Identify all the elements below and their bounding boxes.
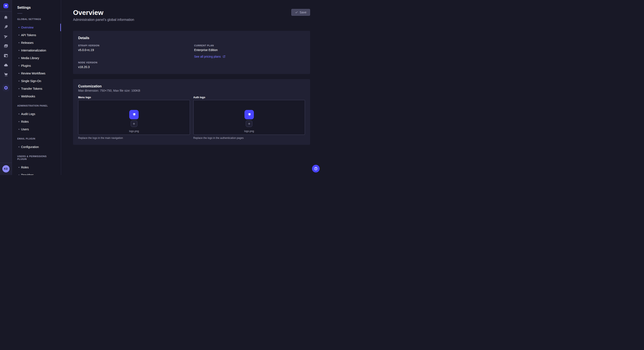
sidebar-item-single-sign-on[interactable]: Single Sign-On xyxy=(12,77,61,85)
details-card-title: Details xyxy=(78,36,305,40)
plus-icon xyxy=(248,122,251,126)
help-button[interactable] xyxy=(312,165,320,173)
bullet-icon xyxy=(18,114,20,114)
bullet-icon xyxy=(18,167,20,168)
deploy-cloud-icon[interactable] xyxy=(4,62,8,68)
auth-logo-add-button[interactable] xyxy=(246,120,252,127)
sidebar-item-plugins[interactable]: Plugins xyxy=(12,62,61,70)
menu-logo-dropzone: logo.png xyxy=(78,100,190,135)
sidebar-item-overview[interactable]: Overview xyxy=(12,24,61,31)
save-button-label: Save xyxy=(300,11,306,14)
customization-card-subtitle: Max dimension: 750×750, Max file size: 1… xyxy=(78,89,305,93)
bullet-icon xyxy=(18,65,20,66)
content-manager-icon[interactable] xyxy=(4,24,8,29)
auth-logo-upload: Auth logo logo.png xyxy=(193,96,305,140)
save-button[interactable]: Save xyxy=(291,9,310,16)
bullet-icon xyxy=(18,35,20,35)
settings-subnav: Settings GLOBAL SETTINGS Overview API To… xyxy=(12,0,61,175)
menu-logo-hint: Replace the logo in the main navigation xyxy=(78,137,190,140)
bullet-icon xyxy=(18,73,20,74)
details-left-column: STRAPI VERSION v5.0.0-rc.19 NODE VERSION… xyxy=(78,44,189,69)
bullet-icon xyxy=(18,147,20,147)
page-title: Overview xyxy=(73,8,134,16)
strapi-logo-icon xyxy=(4,4,8,7)
section-label-users-permissions-plugin: USERS & PERMISSIONS PLUGIN xyxy=(17,155,56,161)
sidebar-item-review-workflows[interactable]: Review Workflows xyxy=(12,70,61,77)
bullet-icon xyxy=(18,27,20,28)
content-type-builder-icon[interactable] xyxy=(4,53,8,58)
settings-gear-icon[interactable] xyxy=(2,84,9,91)
pricing-plans-link-label: See all pricing plans xyxy=(194,55,221,58)
subnav-title-rule xyxy=(17,13,22,14)
bullet-icon xyxy=(18,42,20,43)
subnav-title: Settings xyxy=(12,0,61,9)
menu-logo-add-button[interactable] xyxy=(131,120,137,127)
strapi-admin: KD Settings GLOBAL SETTINGS Overview API… xyxy=(0,0,322,175)
strapi-logo-icon xyxy=(246,112,252,117)
sidebar-item-releases[interactable]: Releases xyxy=(12,39,61,47)
bullet-icon xyxy=(18,129,20,130)
auth-logo-filename: logo.png xyxy=(244,130,254,133)
sidebar-item-email-configuration[interactable]: Configuration xyxy=(12,143,61,151)
current-plan-value: Enterprise Edition xyxy=(194,48,305,52)
current-plan-field: CURRENT PLAN Enterprise Edition xyxy=(194,44,305,52)
bullet-icon xyxy=(18,58,20,58)
node-version-field: NODE VERSION v18.20.3 xyxy=(78,61,189,69)
bullet-icon xyxy=(18,175,20,175)
brand-area xyxy=(0,0,12,12)
pricing-plans-link[interactable]: See all pricing plans xyxy=(194,55,226,58)
sidebar-item-webhooks[interactable]: Webhooks xyxy=(12,93,61,100)
menu-logo-preview xyxy=(129,110,139,119)
rail-bottom: KD xyxy=(0,163,12,175)
nav-list-users-permissions-plugin: Roles Providers xyxy=(12,164,61,175)
bullet-icon xyxy=(18,81,20,81)
customization-card: Customization Max dimension: 750×750, Ma… xyxy=(73,79,310,145)
home-icon[interactable] xyxy=(4,15,8,20)
sidebar-item-up-providers[interactable]: Providers xyxy=(12,171,61,175)
nav-list-administration-panel: Audit Logs Roles Users xyxy=(12,110,61,133)
sidebar-item-admin-users[interactable]: Users xyxy=(12,126,61,133)
menu-logo-filename: logo.png xyxy=(129,130,139,133)
sidebar-item-audit-logs[interactable]: Audit Logs xyxy=(12,110,61,118)
section-label-global-settings: GLOBAL SETTINGS xyxy=(17,18,56,21)
sidebar-item-api-tokens[interactable]: API Tokens xyxy=(12,31,61,39)
releases-icon[interactable] xyxy=(4,34,8,39)
strapi-version-field: STRAPI VERSION v5.0.0-rc.19 xyxy=(78,44,189,52)
bullet-icon xyxy=(18,121,20,122)
sidebar-item-up-roles[interactable]: Roles xyxy=(12,164,61,171)
details-card: Details STRAPI VERSION v5.0.0-rc.19 NODE… xyxy=(73,31,310,74)
strapi-logo-icon xyxy=(131,112,137,117)
main-nav-rail: KD xyxy=(0,0,12,175)
page-subtitle: Administration panel’s global informatio… xyxy=(73,18,134,22)
node-version-value: v18.20.3 xyxy=(78,65,189,69)
bullet-icon xyxy=(18,96,20,97)
details-grid: STRAPI VERSION v5.0.0-rc.19 NODE VERSION… xyxy=(78,44,305,69)
main-content: Overview Administration panel’s global i… xyxy=(61,0,322,175)
menu-logo-label: Menu logo xyxy=(78,96,190,99)
sidebar-item-internationalization[interactable]: Internationalization xyxy=(12,47,61,54)
auth-logo-preview xyxy=(244,110,254,119)
node-version-label: NODE VERSION xyxy=(78,61,189,64)
bullet-icon xyxy=(18,88,20,89)
media-library-icon[interactable] xyxy=(4,43,8,48)
strapi-version-label: STRAPI VERSION xyxy=(78,44,189,47)
auth-logo-hint: Replace the logo in the authentication p… xyxy=(193,137,305,140)
details-right-column: CURRENT PLAN Enterprise Edition See all … xyxy=(194,44,305,69)
menu-logo-upload: Menu logo logo.png xyxy=(78,96,190,140)
strapi-version-value: v5.0.0-rc.19 xyxy=(78,48,189,52)
page-header-text: Overview Administration panel’s global i… xyxy=(73,8,134,22)
strapi-logo[interactable] xyxy=(4,3,8,8)
page-header: Overview Administration panel’s global i… xyxy=(73,8,310,22)
sidebar-item-transfer-tokens[interactable]: Transfer Tokens xyxy=(12,85,61,93)
marketplace-cart-icon[interactable] xyxy=(4,72,8,77)
user-avatar[interactable]: KD xyxy=(2,165,10,173)
section-label-administration-panel: ADMINISTRATION PANEL xyxy=(17,104,56,107)
external-link-icon xyxy=(222,55,226,58)
plus-icon xyxy=(132,122,136,126)
sidebar-item-admin-roles[interactable]: Roles xyxy=(12,118,61,126)
section-label-email-plugin: EMAIL PLUGIN xyxy=(17,137,56,140)
nav-list-email-plugin: Configuration xyxy=(12,143,61,151)
sidebar-item-media-library[interactable]: Media Library xyxy=(12,54,61,62)
auth-logo-label: Auth logo xyxy=(193,96,305,99)
bullet-icon xyxy=(18,50,20,51)
